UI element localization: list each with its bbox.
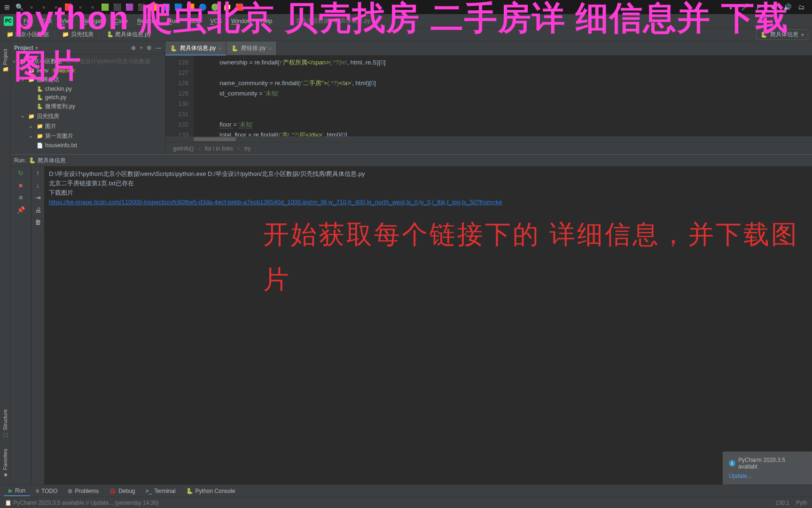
breadcrumb-item[interactable]: 📁 贝壳找房 — [59, 30, 96, 40]
taskbar-app-icon[interactable]: ⬛ — [136, 2, 147, 12]
breadcrumb-func[interactable]: getinfo() — [173, 145, 194, 152]
tree-chevron-icon: ▾ — [22, 114, 26, 119]
menu-tools[interactable]: Tools — [183, 16, 205, 26]
menu-vcs[interactable]: VCS — [205, 16, 226, 26]
project-tree[interactable]: ▾📁北京小区数据D:\毕业设计\python\北京小区数据 📁venvlibra… — [10, 55, 165, 154]
taskbar-app-icon[interactable]: 🟥 — [234, 2, 244, 12]
run-header-config[interactable]: 🐍 爬具体信息 — [29, 157, 66, 165]
tree-item[interactable]: 📄houseinfo.txt — [10, 141, 165, 150]
taskbar-app-icon[interactable]: 📁 — [222, 2, 232, 12]
menu-help[interactable]: Help — [256, 16, 277, 26]
tray-icon[interactable]: 🗂 — [796, 2, 806, 12]
tree-item[interactable]: ▸📁图片 — [10, 121, 165, 131]
code-content[interactable]: ownership = re.findall(r'产权所属</span>(.*?… — [194, 56, 812, 136]
tree-item[interactable]: ▸📁第一页图片 — [10, 131, 165, 141]
tray-icon[interactable]: P — [754, 2, 764, 12]
menu-edit[interactable]: Edit — [37, 16, 56, 26]
stop-icon[interactable]: ■ — [19, 182, 23, 189]
chevron-down-icon: ▾ — [801, 32, 804, 38]
menu-file[interactable]: File — [19, 16, 37, 26]
taskbar-app-icon[interactable]: ▫ — [87, 2, 98, 12]
tree-item[interactable]: 🐍微博签到.py — [10, 102, 165, 111]
tray-icon[interactable]: ∨ — [726, 2, 736, 12]
menu-window[interactable]: Window — [226, 16, 256, 26]
taskbar-app-icon[interactable]: ▫ — [39, 2, 49, 12]
tool-todo[interactable]: ≡TODO — [31, 486, 62, 496]
tray-icon[interactable]: 🎤 — [740, 2, 750, 12]
status-message[interactable]: 📋 PyCharm 2020.3.5 available // Update..… — [5, 500, 159, 506]
project-tool-tab[interactable]: 📁Project — [1, 45, 9, 77]
tool-terminal[interactable]: >_Terminal — [141, 486, 180, 496]
breadcrumb-try[interactable]: try — [244, 145, 250, 152]
menu-run[interactable]: Run — [163, 16, 183, 26]
taskbar-app-icon[interactable]: 🔵 — [197, 2, 208, 12]
tree-item[interactable]: 📁venvlibrary root — [10, 66, 165, 75]
tool-run[interactable]: ▶Run — [4, 486, 30, 496]
tree-item[interactable]: ▾📁贝壳找房 — [10, 111, 165, 121]
taskbar-app-icon[interactable]: ▫ — [51, 2, 61, 12]
wrap-icon[interactable]: ⇥ — [35, 194, 41, 201]
taskbar-app-icon[interactable]: ⬛ — [112, 2, 122, 12]
print-icon[interactable]: 🖨 — [35, 206, 41, 214]
collapse-icon[interactable]: ÷ — [140, 45, 143, 51]
horizontal-scrollbar[interactable] — [165, 136, 812, 142]
taskbar-app-icon[interactable]: 🟪 — [124, 2, 134, 12]
python-file-icon: 🐍 — [170, 45, 177, 52]
breadcrumb-loop[interactable]: for i in links — [205, 145, 233, 152]
down-icon[interactable]: ↓ — [36, 182, 39, 189]
taskbar-app-icon[interactable]: 🟢 — [210, 2, 220, 12]
taskbar-app-icon[interactable]: 🟧 — [185, 2, 195, 12]
taskbar-app-icon[interactable]: ⊞ — [2, 2, 12, 12]
tool-python-console[interactable]: 🐍Python Console — [181, 486, 240, 496]
settings-icon[interactable]: ⚙ — [147, 45, 152, 51]
python-file-icon: 🐍 — [231, 45, 238, 52]
hide-icon[interactable]: — — [156, 45, 161, 51]
taskbar-app-icon[interactable]: 🔍 — [14, 2, 24, 12]
scrollbar-thumb[interactable] — [194, 137, 236, 141]
update-link[interactable]: Update... — [729, 473, 806, 479]
tool-label: Problems — [75, 488, 99, 494]
taskbar-app-icon[interactable]: ▫ — [26, 2, 37, 12]
run-configuration-selector[interactable]: 🐍 爬具体信息 ▾ — [756, 29, 808, 40]
taskbar-app-icon[interactable]: ▫ — [75, 2, 86, 12]
breadcrumb-item[interactable]: 📁 北京小区数据 — [4, 30, 52, 40]
pin-icon[interactable]: 📌 — [17, 206, 25, 214]
editor-tab[interactable]: 🐍爬具体信息.py× — [165, 41, 226, 55]
locate-icon[interactable]: ⊕ — [131, 45, 136, 51]
tree-item[interactable]: ▾📁北京小区数据D:\毕业设计\python\北京小区数据 — [10, 56, 165, 66]
editor-tab[interactable]: 🐍爬链接.py× — [226, 41, 276, 55]
menu-navigate[interactable]: Navigate — [78, 16, 109, 26]
menu-view[interactable]: View — [56, 16, 78, 26]
editor-body[interactable]: 126127128129130131132133134 ownership = … — [165, 56, 812, 136]
menu-refactor[interactable]: Refactor — [133, 16, 163, 26]
console-url[interactable]: https://ke-image.ljcdn.com/110000-inspec… — [49, 198, 807, 207]
chevron-down-icon[interactable]: ▾ — [35, 45, 38, 51]
tray-icon[interactable]: 🔊 — [782, 2, 792, 12]
favorites-tool-tab[interactable]: ★Favorites — [1, 445, 9, 482]
tree-item[interactable]: 🐍getch.py — [10, 93, 165, 102]
tool-problems[interactable]: ⊘Problems — [63, 486, 103, 496]
taskbar-app-icon[interactable]: 🟥 — [63, 2, 73, 12]
tool-debug[interactable]: 🐞Debug — [104, 486, 140, 496]
trash-icon[interactable]: 🗑 — [35, 218, 41, 226]
structure-tool-tab[interactable]: ⬚Structure — [1, 405, 9, 442]
menu-code[interactable]: Code — [109, 16, 133, 26]
close-icon[interactable]: × — [219, 46, 221, 51]
tree-item[interactable]: ▾📁微博超话 — [10, 75, 165, 85]
taskbar-app-icon[interactable]: 🟦 — [173, 2, 183, 12]
breadcrumb-item[interactable]: 🐍 爬具体信息.py — [104, 30, 154, 40]
rerun-icon[interactable]: ↻ — [18, 169, 23, 177]
interpreter-label[interactable]: Pyth — [796, 500, 807, 506]
up-icon[interactable]: ↑ — [36, 169, 39, 177]
tool-icon: >_ — [146, 488, 152, 494]
tray-icon[interactable]: ● — [768, 2, 778, 12]
down-icon[interactable]: ≡ — [19, 194, 23, 201]
taskbar-app-icon[interactable]: 🟧 — [148, 2, 159, 12]
tree-item-label: 微博签到.py — [45, 103, 75, 111]
python-icon: 🐍 — [760, 32, 767, 38]
close-icon[interactable]: × — [268, 46, 271, 51]
run-console[interactable]: D:\毕业设计\python\北京小区数据\venv\Scripts\pytho… — [44, 167, 812, 484]
tree-item[interactable]: 🐍checkin.py — [10, 85, 165, 93]
taskbar-app-icon[interactable]: 🟦 — [161, 2, 171, 12]
taskbar-app-icon[interactable]: 🟩 — [100, 2, 110, 12]
